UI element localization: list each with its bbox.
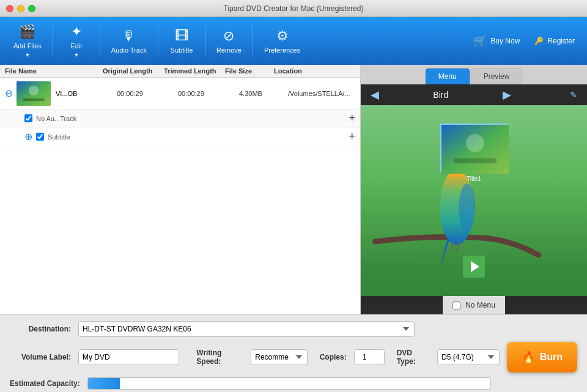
no-menu-checkbox[interactable] [452, 301, 460, 309]
preview-tabs: Menu Preview [361, 65, 587, 84]
file-list-panel: File Name Original Length Trimmed Length… [0, 65, 361, 314]
no-menu-row: No Menu [443, 296, 505, 314]
destination-select[interactable]: HL-DT-ST DVDRW GA32N KE06 [78, 321, 415, 337]
separator-3 [158, 26, 158, 56]
capacity-bar: 0.5GB 1GB 1.5GB 2GB 2.5GB 3GB 3.5GB 4GB … [87, 377, 491, 390]
buy-now-label: Buy Now [490, 37, 520, 45]
preview-panel: Menu Preview ◀ Bird ▶ ✎ [361, 65, 587, 314]
add-subtitle-button[interactable]: ⊕ [24, 131, 32, 142]
burn-label: Burn [540, 352, 563, 363]
thumb-image [17, 81, 51, 106]
file-thumbnail [17, 81, 51, 106]
subtitle-row: ⊕ Subtitle + [0, 128, 360, 146]
subtitle-sub-label: Subtitle [48, 133, 349, 141]
copies-label: Copies: [320, 353, 347, 361]
title-bar: Tipard DVD Creator for Mac (Unregistered… [0, 0, 587, 17]
svg-rect-2 [23, 98, 45, 101]
audio-track-checkbox[interactable] [24, 114, 32, 122]
preferences-label: Preferences [264, 46, 300, 54]
maximize-button[interactable] [28, 5, 35, 12]
play-button[interactable] [463, 256, 485, 278]
svg-rect-14 [454, 158, 497, 163]
register-label: Register [547, 37, 575, 45]
play-icon [471, 261, 479, 272]
file-trim-length: 00:00:29 [178, 90, 239, 97]
no-menu-label: No Menu [465, 301, 495, 309]
subtitle-checkbox[interactable] [36, 133, 44, 141]
separator-1 [53, 26, 53, 56]
file-location: /Volumes/STELLA/My ... [288, 90, 355, 97]
volume-label-label: Volume Label: [10, 353, 71, 361]
col-header-trim: Trimmed Length [164, 67, 225, 75]
audio-track-row: No Au...Track + [0, 109, 360, 128]
burn-button-container: 🔥 Burn [507, 342, 577, 372]
add-files-button[interactable]: 🎬 Add Files ▼ [7, 20, 48, 62]
file-size: 4.30MB [239, 90, 288, 97]
add-audio-track-button[interactable]: + [349, 112, 355, 125]
capacity-fill [88, 378, 120, 389]
preview-image-area: Title1 [361, 105, 587, 296]
separator-5 [253, 26, 253, 56]
separator-2 [100, 26, 100, 56]
add-files-icon: 🎬 [19, 24, 35, 40]
prev-arrow[interactable]: ◀ [371, 88, 379, 102]
add-files-arrow: ▼ [24, 52, 30, 58]
main-content: File Name Original Length Trimmed Length… [0, 65, 587, 314]
edit-label: Edit [70, 42, 82, 50]
svg-point-1 [29, 86, 39, 95]
add-subtitle-track-button[interactable]: + [349, 130, 355, 143]
cart-icon: 🛒 [473, 34, 487, 48]
register-icon: 🔑 [534, 37, 544, 45]
remove-file-button[interactable]: ⊖ [5, 87, 13, 99]
edit-title-button[interactable]: ✎ [570, 90, 577, 100]
estimated-capacity-label: Estimated Capacity: [10, 379, 80, 388]
svg-point-13 [466, 134, 484, 152]
dvd-type-select[interactable]: D5 (4.7G) [437, 349, 500, 365]
volume-row: Volume Label: Writing Speed: Recomme Cop… [10, 342, 577, 372]
dvd-type-label: DVD Type: [397, 349, 430, 366]
tab-menu[interactable]: Menu [426, 68, 470, 84]
bird-background: Title1 [361, 105, 587, 296]
audio-icon: 🎙 [122, 28, 136, 44]
minimize-button[interactable] [17, 5, 24, 12]
separator-4 [205, 26, 205, 56]
file-name: VI...OB [56, 90, 117, 97]
copies-input[interactable] [354, 349, 385, 365]
remove-label: Remove [216, 46, 242, 54]
remove-button[interactable]: ⊘ Remove [210, 24, 248, 57]
preview-content: ◀ Bird ▶ ✎ [361, 84, 587, 314]
file-list-header: File Name Original Length Trimmed Length… [0, 65, 360, 78]
burn-icon: 🔥 [522, 350, 535, 364]
file-orig-length: 00:00:29 [117, 90, 178, 97]
preview-nav: ◀ Bird ▶ ✎ [361, 84, 587, 105]
close-button[interactable] [6, 5, 13, 12]
buy-now-button[interactable]: 🛒 Buy Now [468, 32, 525, 50]
preferences-button[interactable]: ⚙ Preferences [258, 24, 306, 57]
menu-thumbnail[interactable]: Title1 [440, 124, 508, 172]
add-files-label: Add Files [13, 42, 42, 50]
burn-button[interactable]: 🔥 Burn [507, 342, 577, 372]
capacity-row: Estimated Capacity: 0.5GB 1GB 1.5GB 2GB … [10, 377, 577, 390]
col-header-loc: Location [274, 67, 355, 75]
col-header-size: File Size [225, 67, 274, 75]
next-arrow[interactable]: ▶ [503, 88, 511, 102]
audio-track-button[interactable]: 🎙 Audio Track [105, 24, 153, 57]
audio-track-sub-label: No Au...Track [36, 115, 349, 122]
writing-speed-select[interactable]: Recomme [251, 349, 307, 365]
col-header-filename: File Name [5, 67, 103, 75]
subtitle-label: Subtitle [171, 46, 193, 54]
table-row: ⊖ [0, 78, 360, 109]
window-controls[interactable] [6, 5, 35, 12]
subtitle-button[interactable]: 🎞 Subtitle [163, 24, 200, 57]
col-header-orig: Original Length [103, 67, 164, 75]
subtitle-icon: 🎞 [175, 28, 188, 44]
preferences-icon: ⚙ [276, 28, 289, 44]
thumb-title-label: Title1 [467, 176, 481, 182]
tab-preview[interactable]: Preview [471, 68, 523, 84]
volume-label-input[interactable] [78, 349, 179, 365]
thumb-inner [441, 125, 506, 171]
writing-speed-label: Writing Speed: [196, 349, 243, 366]
bottom-section: Destination: HL-DT-ST DVDRW GA32N KE06 V… [0, 314, 587, 392]
edit-button[interactable]: ✦ Edit ▼ [58, 20, 95, 62]
register-button[interactable]: 🔑 Register [530, 34, 580, 48]
